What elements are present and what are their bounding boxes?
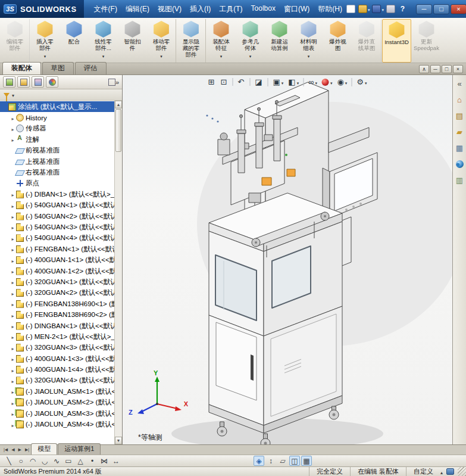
tree-item[interactable]: (-) 320GUAN<4> (默认<<默认>_显示状态 1>) [0, 375, 114, 386]
expander-icon[interactable] [10, 114, 16, 122]
tree-item[interactable]: 传感器 [0, 123, 114, 134]
insert-components-button[interactable]: 插入零 部件 [30, 19, 60, 63]
display-style-icon[interactable]: ◧ [286, 78, 301, 86]
view-palette-icon[interactable]: ▦ [454, 143, 465, 153]
go-first-icon[interactable]: |◀ [2, 445, 10, 455]
point-icon[interactable]: • [87, 456, 98, 466]
expander-icon[interactable] [10, 234, 16, 242]
scrollbar-thumb[interactable] [115, 109, 121, 152]
smart-dimension-icon[interactable]: ↔ [111, 456, 121, 466]
scrollbar-track[interactable] [115, 153, 122, 437]
tree-item[interactable]: History [0, 112, 114, 123]
expander-icon[interactable] [10, 278, 16, 286]
tree-item[interactable]: (-) JIAOLUN_ASM<1> (默认<默认_显示状态-1>) [0, 386, 114, 397]
tree-item[interactable]: (-) FENGBAN138H690<1> (默认<<默认>_显示状态 1>) [0, 298, 114, 309]
zoom-area-icon[interactable]: ⊡ [218, 78, 230, 86]
section-plane-icon[interactable]: ▱ [277, 456, 288, 466]
tree-item[interactable]: (-) 400GUAN-1<2> (默认<<默认>_显示状态 1>) [0, 266, 114, 276]
expander-icon[interactable] [10, 300, 16, 308]
tree-item[interactable]: (-) 540GUAN<3> (默认<<默认>_显示状态 1>) [0, 222, 114, 232]
menu-toolbox[interactable]: Toolbox [247, 2, 280, 16]
new-motion-study-button[interactable]: 新建运 动算例 [265, 19, 294, 63]
minimize-button[interactable]: ─ [416, 4, 432, 14]
zoom-fit-icon[interactable]: ⊞ [206, 78, 218, 86]
expander-icon[interactable] [10, 322, 16, 330]
expander-icon[interactable] [10, 256, 16, 265]
expander-icon[interactable] [10, 190, 16, 198]
circle-icon[interactable]: ○ [15, 456, 26, 466]
tab-model[interactable]: 模型 [31, 443, 57, 455]
shaded-cube-icon[interactable]: ◈ [254, 456, 264, 466]
tree-item[interactable]: (-) 320GUAN<1> (默认<<默认>_显示状态 1>) [0, 276, 114, 287]
expander-icon[interactable] [10, 354, 16, 363]
tree-item[interactable]: (-) 540GUAN<4> (默认<<默认>_显示状态 1>) [0, 233, 114, 244]
doc-minimize-icon[interactable]: ─ [430, 65, 440, 73]
tree-item[interactable]: (-) 540GUAN<1> (默认<<默认>_显示状态 1>) [0, 200, 114, 211]
expander-icon[interactable] [10, 212, 16, 220]
tree-item[interactable]: (-) 540GUAN<2> (默认<<默认>_显示状态 1>) [0, 211, 114, 222]
menu-file[interactable]: 文件(F) [90, 2, 121, 16]
expander-icon[interactable] [10, 366, 16, 374]
tree-item[interactable]: 涂油机 (默认<默认_显示... [0, 101, 114, 112]
mirror-entities-icon[interactable]: ⋈ [99, 456, 110, 466]
solidworks-resources-icon[interactable]: ⌂ [454, 95, 465, 105]
new-document-icon[interactable] [346, 5, 356, 13]
view-orientation-icon[interactable]: ▣ [268, 78, 286, 86]
expander-icon[interactable] [10, 387, 16, 396]
help-icon[interactable]: ? [398, 5, 408, 13]
section-view-icon[interactable]: ◪ [249, 78, 265, 86]
smart-fasteners-button[interactable]: 智能扣 件 [118, 19, 147, 63]
file-explorer-icon[interactable]: ▰ [454, 127, 465, 137]
go-next-icon[interactable]: ▶ [17, 445, 23, 455]
expander-icon[interactable] [10, 421, 16, 429]
resize-grip[interactable] [458, 467, 466, 476]
bill-of-materials-button[interactable]: 材料明 细表 [294, 19, 323, 63]
expander-icon[interactable] [10, 201, 16, 210]
quick-tips-icon[interactable] [446, 468, 454, 475]
status-caret-icon[interactable] [440, 468, 443, 475]
tree-item[interactable]: (-) 400GUAN-1<1> (默认<<默认>_显示状态 1>) [0, 254, 114, 265]
expander-icon[interactable] [10, 223, 16, 231]
custom-status-dropdown[interactable]: 自定义 [406, 467, 440, 476]
scroll-up-icon[interactable]: ▲ [115, 101, 122, 108]
expander-icon[interactable] [10, 125, 16, 133]
menu-help[interactable]: 帮助(H) [314, 2, 346, 16]
go-last-icon[interactable]: ▶| [23, 445, 31, 455]
collapse-commandmanager-icon[interactable]: ∧ [419, 65, 429, 73]
tree-item[interactable]: (-) 320GUAN<3> (默认<<默认>_显示状态 1>) [0, 343, 114, 353]
custom-properties-icon[interactable]: ▥ [454, 175, 465, 185]
tree-item[interactable]: 原点 [0, 178, 114, 189]
menu-edit[interactable]: 编辑(E) [121, 2, 154, 16]
rectangle-icon[interactable]: ▭ [63, 456, 74, 466]
assembly-features-button[interactable]: 装配体 特征 [207, 19, 236, 63]
expander-icon[interactable] [10, 311, 16, 319]
configurationmanager-tab-icon[interactable] [32, 76, 44, 88]
menu-tools[interactable]: 工具(T) [215, 2, 246, 16]
menu-view[interactable]: 视图(V) [154, 2, 186, 16]
doc-restore-icon[interactable]: □ [442, 65, 452, 73]
displaymanager-tab-icon[interactable] [46, 76, 58, 88]
graphics-viewport[interactable]: ⊞ ⊡ ↶ ◪ [123, 75, 452, 444]
expander-icon[interactable] [10, 332, 16, 341]
featuremanager-tab-icon[interactable] [3, 76, 15, 88]
tree-item[interactable]: (-) FENGBAN138H690<2> (默认<<默认>_显示状态 1>) [0, 309, 114, 320]
reference-geometry-button[interactable]: 参考几 何体 [236, 19, 265, 63]
tree-item[interactable]: (-) 400GUAN-1<3> (默认<<默认>_显示状态 1>) [0, 353, 114, 364]
move-component-button[interactable]: 移动零 部件 [147, 19, 176, 63]
tree-item[interactable]: (-) JIAOLUN_ASM<3> (默认<默认_显示状态-1>) [0, 408, 114, 419]
menu-insert[interactable]: 插入(I) [186, 2, 215, 16]
print-icon[interactable] [386, 5, 396, 13]
taskpane-expand-icon[interactable]: « [454, 79, 465, 89]
previous-view-icon[interactable]: ↶ [232, 78, 248, 86]
tree-item[interactable]: 上视基准面 [0, 156, 114, 167]
arc-icon[interactable]: ◠ [27, 456, 38, 466]
menu-window[interactable]: 窗口(W) [280, 2, 314, 16]
hide-show-items-icon[interactable]: ∞ [303, 78, 320, 86]
polygon-icon[interactable]: △ [75, 456, 86, 466]
mate-button[interactable]: 配合 [60, 19, 89, 63]
tree-item[interactable]: (-) FENGBAN<1> (默认<<默认>_显示状态 1>) [0, 244, 114, 254]
tree-item[interactable]: (-) 320GUAN<2> (默认<<默认>_显示状态 1>) [0, 288, 114, 298]
exploded-view-button[interactable]: 爆炸视 图 [323, 19, 352, 63]
expander-icon[interactable] [10, 267, 16, 275]
filter-funnel-icon[interactable] [4, 93, 10, 97]
